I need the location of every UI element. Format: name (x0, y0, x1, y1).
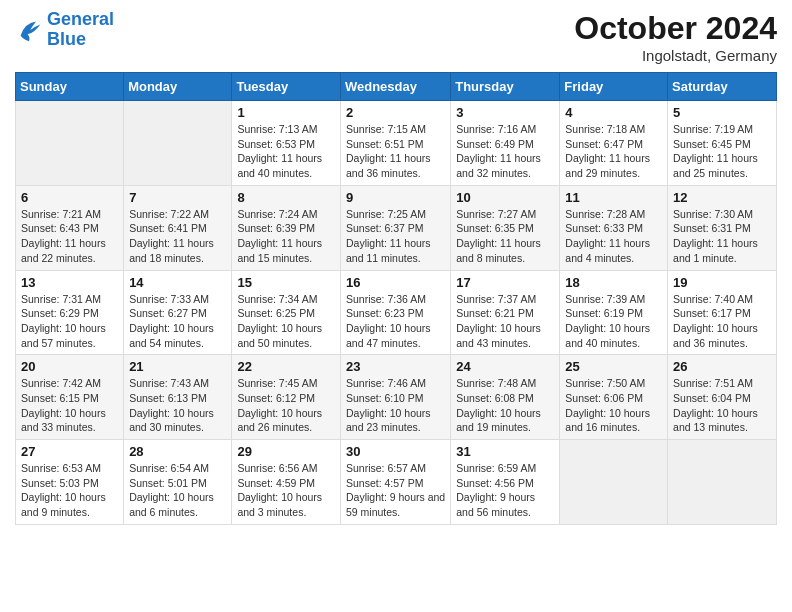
calendar-cell: 30Sunrise: 6:57 AM Sunset: 4:57 PM Dayli… (340, 440, 450, 525)
calendar-cell: 24Sunrise: 7:48 AM Sunset: 6:08 PM Dayli… (451, 355, 560, 440)
day-number: 5 (673, 105, 771, 120)
weekday-header: Friday (560, 73, 668, 101)
day-number: 13 (21, 275, 118, 290)
weekday-header: Thursday (451, 73, 560, 101)
calendar-cell: 17Sunrise: 7:37 AM Sunset: 6:21 PM Dayli… (451, 270, 560, 355)
day-info: Sunrise: 7:13 AM Sunset: 6:53 PM Dayligh… (237, 122, 335, 181)
day-info: Sunrise: 7:48 AM Sunset: 6:08 PM Dayligh… (456, 376, 554, 435)
calendar-cell: 12Sunrise: 7:30 AM Sunset: 6:31 PM Dayli… (668, 185, 777, 270)
calendar-cell: 13Sunrise: 7:31 AM Sunset: 6:29 PM Dayli… (16, 270, 124, 355)
logo: General Blue (15, 10, 114, 50)
calendar-cell: 9Sunrise: 7:25 AM Sunset: 6:37 PM Daylig… (340, 185, 450, 270)
day-info: Sunrise: 7:21 AM Sunset: 6:43 PM Dayligh… (21, 207, 118, 266)
calendar-cell: 7Sunrise: 7:22 AM Sunset: 6:41 PM Daylig… (124, 185, 232, 270)
day-number: 19 (673, 275, 771, 290)
day-number: 17 (456, 275, 554, 290)
day-number: 8 (237, 190, 335, 205)
day-info: Sunrise: 7:24 AM Sunset: 6:39 PM Dayligh… (237, 207, 335, 266)
calendar-cell: 26Sunrise: 7:51 AM Sunset: 6:04 PM Dayli… (668, 355, 777, 440)
calendar-week-row: 20Sunrise: 7:42 AM Sunset: 6:15 PM Dayli… (16, 355, 777, 440)
calendar-cell: 14Sunrise: 7:33 AM Sunset: 6:27 PM Dayli… (124, 270, 232, 355)
calendar-week-row: 27Sunrise: 6:53 AM Sunset: 5:03 PM Dayli… (16, 440, 777, 525)
day-number: 29 (237, 444, 335, 459)
day-number: 6 (21, 190, 118, 205)
day-number: 12 (673, 190, 771, 205)
calendar-week-row: 6Sunrise: 7:21 AM Sunset: 6:43 PM Daylig… (16, 185, 777, 270)
day-number: 31 (456, 444, 554, 459)
calendar-cell: 1Sunrise: 7:13 AM Sunset: 6:53 PM Daylig… (232, 101, 341, 186)
day-number: 3 (456, 105, 554, 120)
calendar-cell: 19Sunrise: 7:40 AM Sunset: 6:17 PM Dayli… (668, 270, 777, 355)
day-info: Sunrise: 7:36 AM Sunset: 6:23 PM Dayligh… (346, 292, 445, 351)
day-info: Sunrise: 7:50 AM Sunset: 6:06 PM Dayligh… (565, 376, 662, 435)
day-number: 15 (237, 275, 335, 290)
logo-text-line2: Blue (47, 30, 114, 50)
day-info: Sunrise: 7:46 AM Sunset: 6:10 PM Dayligh… (346, 376, 445, 435)
day-info: Sunrise: 7:28 AM Sunset: 6:33 PM Dayligh… (565, 207, 662, 266)
day-number: 2 (346, 105, 445, 120)
weekday-header: Saturday (668, 73, 777, 101)
day-number: 14 (129, 275, 226, 290)
calendar-cell (16, 101, 124, 186)
day-number: 23 (346, 359, 445, 374)
calendar-body: 1Sunrise: 7:13 AM Sunset: 6:53 PM Daylig… (16, 101, 777, 525)
calendar-cell: 21Sunrise: 7:43 AM Sunset: 6:13 PM Dayli… (124, 355, 232, 440)
day-info: Sunrise: 6:56 AM Sunset: 4:59 PM Dayligh… (237, 461, 335, 520)
day-info: Sunrise: 7:25 AM Sunset: 6:37 PM Dayligh… (346, 207, 445, 266)
day-number: 4 (565, 105, 662, 120)
calendar-table: SundayMondayTuesdayWednesdayThursdayFrid… (15, 72, 777, 525)
day-info: Sunrise: 7:31 AM Sunset: 6:29 PM Dayligh… (21, 292, 118, 351)
calendar-cell: 6Sunrise: 7:21 AM Sunset: 6:43 PM Daylig… (16, 185, 124, 270)
day-info: Sunrise: 7:34 AM Sunset: 6:25 PM Dayligh… (237, 292, 335, 351)
day-info: Sunrise: 7:16 AM Sunset: 6:49 PM Dayligh… (456, 122, 554, 181)
day-number: 18 (565, 275, 662, 290)
day-number: 28 (129, 444, 226, 459)
day-info: Sunrise: 7:39 AM Sunset: 6:19 PM Dayligh… (565, 292, 662, 351)
day-number: 7 (129, 190, 226, 205)
calendar-cell: 4Sunrise: 7:18 AM Sunset: 6:47 PM Daylig… (560, 101, 668, 186)
calendar-cell: 22Sunrise: 7:45 AM Sunset: 6:12 PM Dayli… (232, 355, 341, 440)
calendar-cell: 11Sunrise: 7:28 AM Sunset: 6:33 PM Dayli… (560, 185, 668, 270)
day-info: Sunrise: 7:27 AM Sunset: 6:35 PM Dayligh… (456, 207, 554, 266)
month-title: October 2024 (574, 10, 777, 47)
day-number: 27 (21, 444, 118, 459)
day-info: Sunrise: 6:59 AM Sunset: 4:56 PM Dayligh… (456, 461, 554, 520)
day-number: 11 (565, 190, 662, 205)
calendar-cell: 5Sunrise: 7:19 AM Sunset: 6:45 PM Daylig… (668, 101, 777, 186)
day-info: Sunrise: 7:15 AM Sunset: 6:51 PM Dayligh… (346, 122, 445, 181)
day-info: Sunrise: 7:42 AM Sunset: 6:15 PM Dayligh… (21, 376, 118, 435)
day-info: Sunrise: 7:43 AM Sunset: 6:13 PM Dayligh… (129, 376, 226, 435)
day-number: 16 (346, 275, 445, 290)
calendar-cell: 15Sunrise: 7:34 AM Sunset: 6:25 PM Dayli… (232, 270, 341, 355)
calendar-cell (124, 101, 232, 186)
calendar-cell: 20Sunrise: 7:42 AM Sunset: 6:15 PM Dayli… (16, 355, 124, 440)
day-info: Sunrise: 7:40 AM Sunset: 6:17 PM Dayligh… (673, 292, 771, 351)
day-info: Sunrise: 7:19 AM Sunset: 6:45 PM Dayligh… (673, 122, 771, 181)
day-info: Sunrise: 7:37 AM Sunset: 6:21 PM Dayligh… (456, 292, 554, 351)
day-info: Sunrise: 7:45 AM Sunset: 6:12 PM Dayligh… (237, 376, 335, 435)
day-info: Sunrise: 6:53 AM Sunset: 5:03 PM Dayligh… (21, 461, 118, 520)
day-info: Sunrise: 7:51 AM Sunset: 6:04 PM Dayligh… (673, 376, 771, 435)
calendar-cell: 18Sunrise: 7:39 AM Sunset: 6:19 PM Dayli… (560, 270, 668, 355)
logo-icon (15, 16, 43, 44)
day-info: Sunrise: 6:54 AM Sunset: 5:01 PM Dayligh… (129, 461, 226, 520)
day-number: 21 (129, 359, 226, 374)
calendar-cell: 23Sunrise: 7:46 AM Sunset: 6:10 PM Dayli… (340, 355, 450, 440)
day-number: 20 (21, 359, 118, 374)
calendar-cell (668, 440, 777, 525)
day-info: Sunrise: 7:30 AM Sunset: 6:31 PM Dayligh… (673, 207, 771, 266)
day-number: 1 (237, 105, 335, 120)
calendar-header: SundayMondayTuesdayWednesdayThursdayFrid… (16, 73, 777, 101)
day-info: Sunrise: 7:33 AM Sunset: 6:27 PM Dayligh… (129, 292, 226, 351)
day-number: 10 (456, 190, 554, 205)
calendar-cell: 31Sunrise: 6:59 AM Sunset: 4:56 PM Dayli… (451, 440, 560, 525)
day-number: 22 (237, 359, 335, 374)
calendar-cell: 25Sunrise: 7:50 AM Sunset: 6:06 PM Dayli… (560, 355, 668, 440)
calendar-cell: 2Sunrise: 7:15 AM Sunset: 6:51 PM Daylig… (340, 101, 450, 186)
calendar-cell: 10Sunrise: 7:27 AM Sunset: 6:35 PM Dayli… (451, 185, 560, 270)
weekday-header: Tuesday (232, 73, 341, 101)
calendar-cell: 16Sunrise: 7:36 AM Sunset: 6:23 PM Dayli… (340, 270, 450, 355)
day-number: 25 (565, 359, 662, 374)
weekday-header: Sunday (16, 73, 124, 101)
weekday-header: Monday (124, 73, 232, 101)
